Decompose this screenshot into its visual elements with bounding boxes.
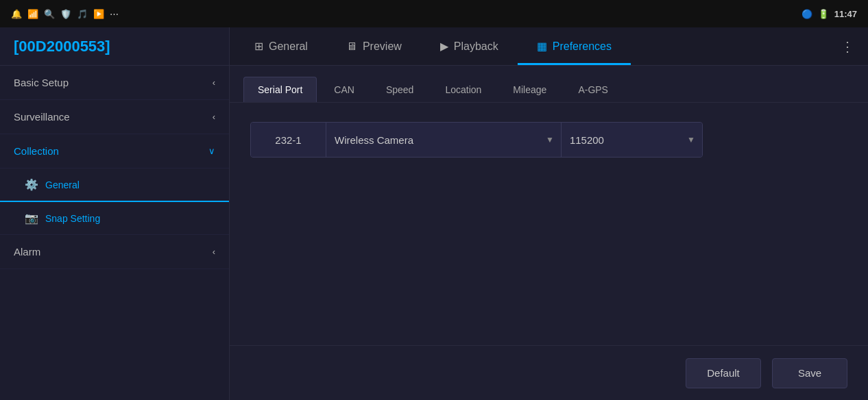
sidebar-item-alarm[interactable]: Alarm ‹ [0, 235, 229, 269]
chevron-right-icon: ‹ [213, 112, 215, 122]
main-layout: [00D2000553] Basic Setup ‹ Surveillance … [0, 27, 868, 400]
default-button[interactable]: Default [686, 358, 761, 388]
status-icons-right: 🔵 🔋 11:47 [801, 9, 857, 19]
baudrate-select-wrapper: 115200 57600 38400 19200 9600 ▼ [562, 123, 702, 157]
tab-preferences[interactable]: ▦ Preferences [518, 27, 631, 65]
arrow-icon: ▶️ [93, 9, 104, 19]
sidebar-label-alarm: Alarm [14, 246, 40, 258]
sidebar-label-collection: Collection [14, 145, 59, 157]
sidebar-sub-item-snap-setting[interactable]: 📷 Snap Setting [0, 202, 229, 235]
sub-tab-serial-port[interactable]: Serial Port [243, 77, 317, 102]
sidebar-label-basic-setup: Basic Setup [14, 77, 69, 88]
camera-icon: 📷 [25, 212, 38, 225]
chevron-down-icon: ∨ [208, 146, 215, 156]
port-label: 232-1 [251, 123, 326, 157]
sub-tab-mileage[interactable]: Mileage [498, 77, 561, 102]
status-bar: 🔔 📶 🔍 🛡️ 🎵 ▶️ ⋯ 🔵 🔋 11:47 [0, 0, 868, 27]
notification-icon: 🔔 [11, 9, 22, 19]
chevron-right-icon: ‹ [213, 247, 215, 257]
tab-general[interactable]: ⊞ General [235, 27, 327, 65]
battery-icon: 🔋 [818, 9, 829, 19]
sidebar-sub-label-general: General [45, 179, 80, 190]
sidebar-item-basic-setup[interactable]: Basic Setup ‹ [0, 66, 229, 100]
chevron-right-icon: ‹ [213, 77, 215, 88]
grid-icon: ⊞ [254, 40, 263, 53]
device-select[interactable]: Wireless Camera GPS Serial Device None [326, 123, 561, 157]
sidebar: [00D2000553] Basic Setup ‹ Surveillance … [0, 27, 230, 400]
wifi-icon: 📶 [27, 9, 38, 19]
more-options-button[interactable]: ⋮ [832, 27, 863, 65]
tab-preview[interactable]: 🖥 Preview [327, 27, 421, 65]
music-icon: 🎵 [77, 9, 88, 19]
sub-tabs: Serial Port CAN Speed Location Mileage A… [230, 66, 868, 103]
sub-tab-agps[interactable]: A-GPS [564, 77, 623, 102]
search-icon: 🔍 [44, 9, 55, 19]
device-select-wrapper: Wireless Camera GPS Serial Device None ▼ [326, 123, 562, 157]
sidebar-label-surveillance: Surveillance [14, 111, 70, 123]
sidebar-sub-label-snap: Snap Setting [45, 213, 100, 224]
sidebar-item-collection[interactable]: Collection ∨ [0, 134, 229, 168]
sub-tab-can[interactable]: CAN [320, 77, 369, 102]
sub-tab-location[interactable]: Location [431, 77, 496, 102]
save-button[interactable]: Save [772, 358, 847, 388]
more-icon: ⋯ [110, 9, 119, 19]
serial-port-row: 232-1 Wireless Camera GPS Serial Device … [250, 122, 703, 158]
gear-icon: ⚙️ [25, 178, 38, 191]
playback-icon: ▶ [440, 40, 448, 53]
baudrate-select[interactable]: 115200 57600 38400 19200 9600 [562, 123, 702, 157]
sidebar-sub-item-general[interactable]: ⚙️ General [0, 168, 229, 202]
sidebar-item-surveillance[interactable]: Surveillance ‹ [0, 100, 229, 134]
monitor-icon: 🖥 [346, 40, 357, 53]
device-title: [00D2000553] [0, 27, 229, 66]
bottom-bar: Default Save [230, 345, 868, 400]
content-area: ⊞ General 🖥 Preview ▶ Playback ▦ Prefere… [230, 27, 868, 400]
tab-playback[interactable]: ▶ Playback [421, 27, 518, 65]
sub-tab-speed[interactable]: Speed [372, 77, 428, 102]
bluetooth-icon: 🔵 [801, 9, 812, 19]
prefs-icon: ▦ [537, 40, 547, 53]
status-icons-left: 🔔 📶 🔍 🛡️ 🎵 ▶️ ⋯ [11, 9, 119, 19]
time-display: 11:47 [834, 9, 857, 19]
shield-icon: 🛡️ [60, 9, 71, 19]
top-tabs: ⊞ General 🖥 Preview ▶ Playback ▦ Prefere… [230, 27, 868, 66]
form-area: 232-1 Wireless Camera GPS Serial Device … [230, 103, 868, 345]
